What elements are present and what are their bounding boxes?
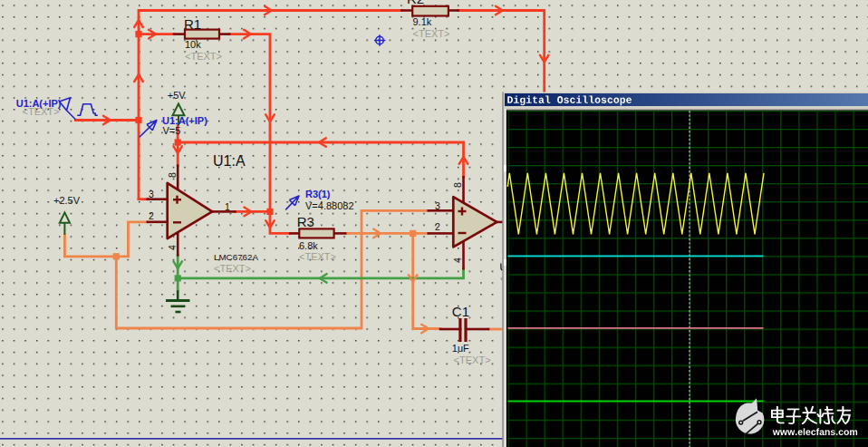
svg-text:4: 4 — [167, 245, 178, 250]
svg-text:<TEXT>: <TEXT> — [23, 106, 60, 117]
svg-text:+2.5V: +2.5V — [53, 195, 81, 206]
svg-text:1uF: 1uF — [452, 343, 469, 354]
svg-text:V=4.88082: V=4.88082 — [305, 200, 354, 211]
svg-text:8: 8 — [452, 182, 463, 188]
svg-text:9.1k: 9.1k — [413, 16, 432, 27]
svg-text:R3(1): R3(1) — [305, 189, 331, 199]
svg-text:2: 2 — [149, 210, 154, 221]
svg-text:4: 4 — [452, 258, 463, 263]
svg-text:R2: R2 — [407, 0, 424, 6]
svg-text:<TEXT>: <TEXT> — [299, 251, 336, 262]
svg-text:<TEXT>: <TEXT> — [185, 51, 222, 62]
svg-text:10k: 10k — [185, 39, 201, 50]
svg-text:<TEXT>: <TEXT> — [214, 263, 251, 274]
svg-text:+5V: +5V — [168, 90, 187, 101]
svg-text:R3: R3 — [297, 214, 314, 229]
svg-text:U1:A: U1:A — [213, 153, 246, 169]
svg-text:8: 8 — [167, 172, 178, 178]
svg-text:3: 3 — [435, 200, 440, 211]
svg-text:<TEXT>: <TEXT> — [413, 28, 450, 39]
svg-text:<TEXT>: <TEXT> — [454, 355, 491, 365]
svg-text:LMC6762A: LMC6762A — [214, 252, 258, 262]
svg-text:6.8k: 6.8k — [299, 240, 318, 251]
svg-text:C1: C1 — [452, 304, 469, 319]
svg-text:1: 1 — [225, 201, 230, 212]
svg-text:V=5: V=5 — [163, 125, 181, 136]
svg-text:3: 3 — [149, 189, 154, 199]
svg-text:R1: R1 — [184, 16, 201, 32]
svg-text:2: 2 — [435, 221, 440, 232]
svg-text:U1:A(+IP): U1:A(+IP) — [162, 115, 207, 126]
